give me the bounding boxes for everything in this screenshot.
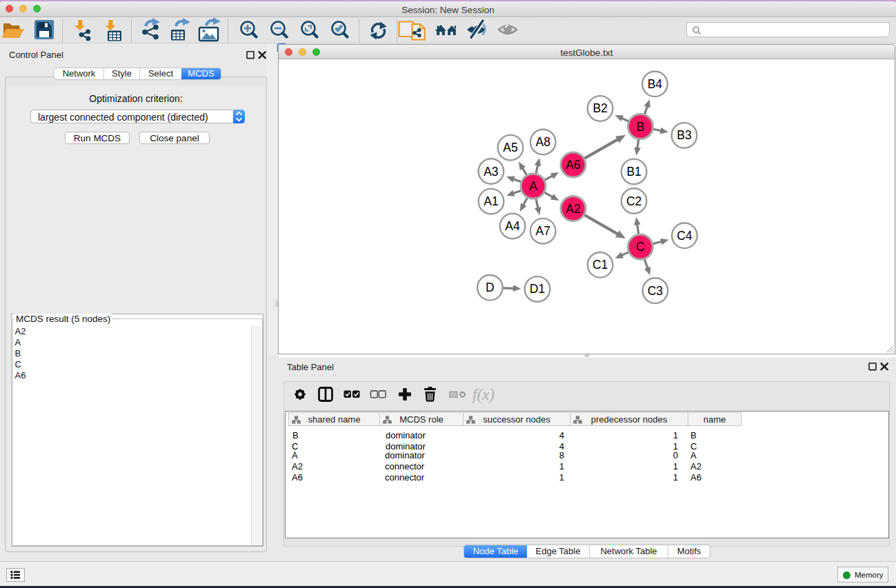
svg-text:C1: C1 xyxy=(593,258,608,272)
svg-text:D: D xyxy=(486,281,495,294)
svg-text:A7: A7 xyxy=(535,224,550,238)
svg-text:A6: A6 xyxy=(566,158,580,172)
svg-text:B2: B2 xyxy=(593,101,607,115)
svg-text:A2: A2 xyxy=(566,202,580,216)
svg-text:A1: A1 xyxy=(484,194,498,208)
svg-text:A: A xyxy=(529,179,537,193)
svg-text:f(x): f(x) xyxy=(472,386,495,403)
svg-text:B: B xyxy=(637,120,645,134)
svg-text:C2: C2 xyxy=(626,194,641,208)
svg-text:C3: C3 xyxy=(648,284,663,298)
svg-text:A4: A4 xyxy=(505,219,520,233)
svg-text:B3: B3 xyxy=(677,128,691,142)
svg-text:B4: B4 xyxy=(648,77,663,91)
svg-text:C4: C4 xyxy=(677,229,693,243)
svg-text:B1: B1 xyxy=(626,165,641,179)
svg-text:A5: A5 xyxy=(503,141,517,154)
svg-text:D1: D1 xyxy=(530,282,545,296)
svg-text:A3: A3 xyxy=(484,165,498,179)
svg-text:C: C xyxy=(636,240,645,254)
svg-text:A8: A8 xyxy=(535,135,550,149)
